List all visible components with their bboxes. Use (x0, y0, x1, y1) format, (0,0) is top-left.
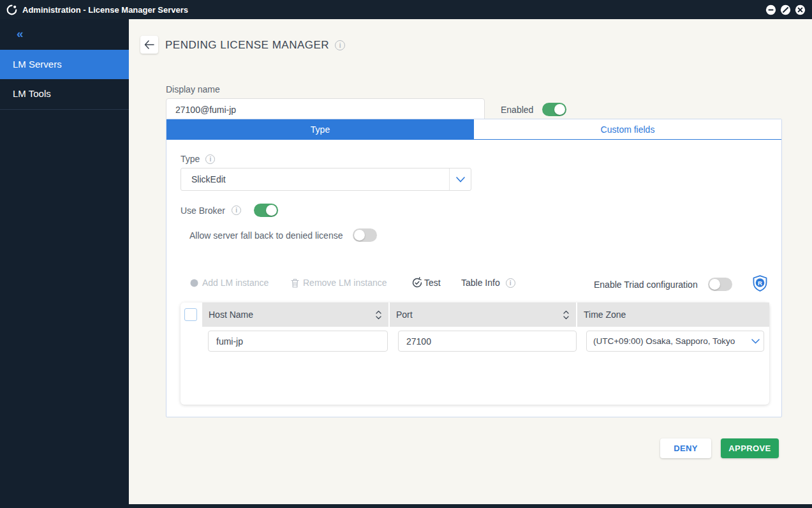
chevron-down-icon (449, 168, 471, 190)
type-select-value: SlickEdit (181, 174, 449, 184)
use-broker-info-icon[interactable]: i (232, 205, 241, 215)
back-button[interactable] (140, 36, 158, 54)
table-row: (UTC+09:00) Osaka, Sapporo, Tokyo (181, 327, 769, 355)
approve-button[interactable]: APPROVE (721, 438, 779, 458)
host-name-input[interactable] (208, 331, 388, 352)
add-lm-instance-label: Add LM instance (202, 278, 269, 288)
collapse-sidebar-icon[interactable]: « (0, 19, 129, 50)
page-title: PENDING LICENSE MANAGER (165, 39, 329, 52)
toggle-knob (354, 230, 365, 241)
titlebar: Administration - License Manager Servers (0, 0, 812, 19)
fallback-label: Allow server fall back to denied license (189, 230, 343, 241)
time-zone-value: (UTC+09:00) Osaka, Sapporo, Tokyo (587, 336, 747, 346)
tab-custom-fields[interactable]: Custom fields (474, 119, 781, 140)
sidebar: « LM Servers LM Tools (0, 19, 129, 508)
sidebar-divider (0, 109, 129, 110)
remove-lm-instance-label: Remove LM instance (303, 278, 387, 288)
time-zone-select[interactable]: (UTC+09:00) Osaka, Sapporo, Tokyo (586, 331, 764, 352)
deny-button[interactable]: DENY (660, 438, 711, 458)
remove-lm-instance-button[interactable]: Remove LM instance (291, 278, 387, 288)
shield-r-icon[interactable]: R (753, 275, 767, 292)
display-name-label: Display name (166, 84, 220, 94)
enable-triad-label: Enable Triad configuration (594, 280, 698, 290)
table-info-button[interactable]: Table Info i (461, 278, 515, 288)
footer-actions: DENY APPROVE (660, 438, 779, 458)
table-toolbar: Add LM instance Remove LM instance (166, 275, 781, 293)
enabled-label: Enabled (501, 105, 533, 115)
use-broker-row: Use Broker i (181, 204, 278, 217)
column-header-time-zone[interactable]: Time Zone (577, 303, 769, 327)
svg-text:R: R (758, 280, 762, 287)
app-logo-icon (6, 4, 17, 15)
sidebar-item-lm-servers[interactable]: LM Servers (0, 50, 129, 79)
column-header-host-name[interactable]: Host Name (202, 303, 388, 327)
add-lm-instance-button[interactable]: Add LM instance (190, 278, 269, 288)
table-header: Host Name Port Time Zone (202, 303, 769, 327)
type-info-icon[interactable]: i (205, 154, 215, 164)
close-icon[interactable] (795, 4, 806, 15)
enabled-row: Enabled (501, 103, 566, 116)
test-button[interactable]: Test (411, 277, 441, 288)
page-info-icon[interactable]: i (335, 40, 345, 50)
window-title: Administration - License Manager Servers (22, 5, 188, 15)
toggle-knob (554, 104, 565, 115)
tabs: Type Custom fields (166, 119, 781, 140)
test-label: Test (424, 278, 441, 288)
app-window: Administration - License Manager Servers… (0, 0, 812, 508)
sort-icon[interactable] (375, 309, 382, 321)
fallback-row: Allow server fall back to denied license (189, 228, 377, 242)
page-header: PENDING LICENSE MANAGER i (165, 39, 345, 52)
tab-content-type: Type i SlickEdit Use Broker i Allow serv… (166, 140, 781, 417)
table-info-label: Table Info (461, 278, 500, 288)
window-controls (765, 4, 806, 15)
main-content: PENDING LICENSE MANAGER i Display name E… (129, 19, 812, 504)
fallback-toggle[interactable] (353, 228, 377, 242)
display-name-input[interactable] (166, 98, 485, 121)
restore-icon[interactable] (780, 4, 791, 15)
table-info-icon: i (506, 278, 515, 288)
sidebar-item-lm-tools[interactable]: LM Tools (0, 79, 129, 108)
port-input[interactable] (398, 331, 577, 352)
type-label: Type (181, 154, 200, 164)
tab-type[interactable]: Type (166, 119, 474, 140)
minimize-icon[interactable] (765, 4, 776, 15)
trash-icon (291, 278, 299, 288)
enabled-toggle[interactable] (542, 103, 566, 116)
tab-panel: Type Custom fields Type i SlickEdit Use … (166, 119, 782, 417)
chevron-down-icon (747, 331, 764, 351)
lm-instance-table: Host Name Port Time Zone (181, 303, 769, 405)
back-arrow-icon (144, 40, 154, 49)
add-circle-icon (190, 279, 198, 287)
type-field-label-row: Type i (181, 154, 215, 164)
column-header-port[interactable]: Port (390, 303, 576, 327)
use-broker-label: Use Broker (181, 205, 225, 216)
type-select[interactable]: SlickEdit (181, 168, 471, 191)
enable-triad-toggle[interactable] (708, 278, 732, 291)
toggle-knob (266, 205, 277, 216)
enable-triad-row: Enable Triad configuration (594, 278, 732, 291)
sort-icon[interactable] (563, 309, 570, 321)
toggle-knob (709, 279, 720, 290)
select-all-checkbox[interactable] (184, 308, 197, 321)
use-broker-toggle[interactable] (254, 204, 278, 217)
test-refresh-icon (411, 277, 423, 288)
